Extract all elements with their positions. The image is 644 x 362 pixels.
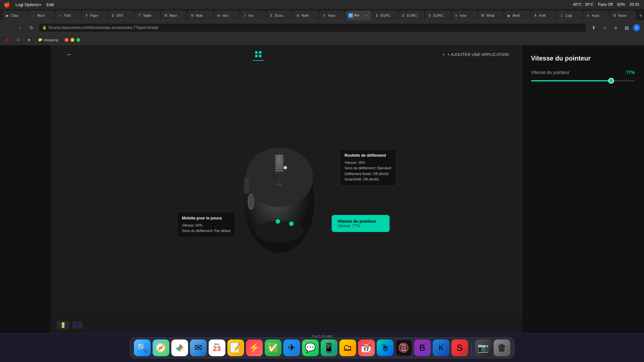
dock-finder[interactable]: 🔍 [134, 339, 151, 356]
tab-mus[interactable]: ♪ Mus! [29, 11, 55, 20]
tab-favicon: ♪ [32, 13, 36, 18]
tab-noth[interactable]: N Noth [293, 11, 319, 20]
dock-whatsapp[interactable]: 📱 [321, 339, 337, 356]
tab-ent[interactable]: E ENT [108, 11, 134, 20]
tab-favicon: É [269, 13, 274, 18]
tab-bar: ▶ Clau ♪ Mus! ✓ Tick! F Figm E ENT T Tab… [0, 9, 644, 21]
svg-rect-9 [275, 167, 283, 169]
grid-view-button[interactable] [252, 49, 264, 60]
scroll-wheel-dot [283, 166, 287, 170]
dock-mail[interactable]: ✉ [190, 339, 207, 356]
tab-tra[interactable]: t tra- [240, 11, 266, 20]
traffic-yellow[interactable] [71, 38, 74, 42]
tab-logi[interactable]: L Logi [557, 11, 583, 20]
pointer-speed-tooltip[interactable]: Vitesse du pointeur Vitesse: 77% [332, 215, 390, 232]
tab-best[interactable]: ▶ Best [504, 11, 530, 20]
traffic-green[interactable] [76, 38, 80, 42]
speed-section: Vitesse du pointeur 77% [531, 70, 635, 82]
dock-camera[interactable]: 📷 [475, 339, 492, 356]
folder-icon: 📁 [38, 38, 43, 42]
dock-fantastical[interactable]: 📆 [358, 339, 375, 356]
bookmark-label: shopping [44, 38, 58, 42]
menu-app-name[interactable]: Logi Options+ [15, 2, 42, 7]
tab-eurc1[interactable]: E EURC [372, 11, 398, 20]
tab-pi-active[interactable]: P Pi× × [346, 11, 372, 20]
tab-close-icon[interactable]: × [365, 13, 369, 18]
bookmark-yt[interactable]: ▶ [4, 37, 12, 42]
bookmark-shopping[interactable]: 📁 shopping [35, 37, 61, 42]
dock-trash[interactable]: 🗑 [494, 339, 510, 356]
tab-alitt[interactable]: A A litt [531, 11, 556, 20]
tab-favicon: ▶ [5, 13, 10, 18]
speed-slider-container[interactable] [531, 80, 635, 82]
logi-header: ← + + AJOUTER UNE APPLICATION [52, 45, 522, 64]
tab-favicon: E [375, 13, 379, 18]
nav-actions: ⬆ ☆ ≡ ▤ A [589, 23, 640, 32]
address-bar[interactable]: 🔒 forums.macrumors.com/forums/mac-access… [39, 23, 587, 32]
menu-edit[interactable]: Edit [47, 2, 54, 7]
dock-scripteditor[interactable]: ✅ [265, 339, 281, 356]
panel-title: Vitesse du pointeur [531, 55, 635, 62]
pointer-speed-tooltip-value: Vitesse: 77% [337, 224, 384, 228]
share-button[interactable]: ⬆ [589, 23, 598, 32]
tab-clau[interactable]: ▶ Clau [3, 11, 28, 20]
reload-button[interactable]: ↻ [27, 23, 36, 32]
back-button[interactable]: ‹ [4, 23, 13, 32]
scroll-wheel-tooltip[interactable]: Roulette de défilement Vitesse: 18% Sens… [340, 149, 396, 186]
tab-how[interactable]: h how [451, 11, 477, 20]
svg-text:logi: logi [276, 182, 282, 186]
add-application-button[interactable]: + + AJOUTER UNE APPLICATION [442, 52, 509, 57]
dock-divider [471, 343, 472, 356]
dock-chrome[interactable] [171, 339, 188, 356]
traffic-red[interactable] [65, 38, 69, 42]
tab-favicon: E [428, 13, 432, 18]
svg-rect-10 [275, 170, 283, 171]
dock-telegram[interactable]: ✈ [283, 339, 300, 356]
new-tab-button[interactable]: + [636, 11, 644, 20]
dock-safari[interactable]: 🧭 [153, 339, 169, 356]
dock-brand[interactable]: B [414, 339, 431, 356]
tab-favicon: t [243, 13, 247, 18]
tab-eurc3[interactable]: E EURC [425, 11, 451, 20]
thumb-wheel-tooltip[interactable]: Molette pour le pouce Vitesse: 50% Sens … [177, 212, 235, 237]
tab-eupc[interactable]: e eupc [583, 11, 609, 20]
tab-ecou[interactable]: É Écou [267, 11, 292, 20]
tab-notch[interactable]: N Notc [187, 11, 213, 20]
tab-eurc2[interactable]: E EURC [399, 11, 424, 20]
bookmark-figma[interactable]: ◈ [25, 37, 33, 42]
dock-notch[interactable]: 📵 [395, 339, 412, 356]
dock-calendar[interactable]: MAI 23 [209, 339, 225, 356]
bookmark-clau[interactable]: ⬡ [14, 37, 23, 42]
tab-micr[interactable]: m micr [214, 11, 240, 20]
tab-macr[interactable]: M Macr [161, 11, 187, 20]
bottom-icons: 🔋 ✤ [52, 317, 522, 333]
yt-icon: ▶ [6, 38, 9, 42]
plus-icon: + [442, 52, 445, 57]
dock-setapp[interactable]: S [451, 339, 468, 356]
dock-messages[interactable]: 💬 [302, 339, 319, 356]
dock-keynote[interactable]: K [433, 339, 450, 356]
tab-what[interactable]: W What [478, 11, 504, 20]
tab-figm[interactable]: F Figm [82, 11, 108, 20]
dock-logi[interactable]: 🖱 [377, 339, 393, 356]
bookmark-button[interactable]: ☆ [600, 23, 609, 32]
tab-xiao[interactable]: X Xiao- [319, 11, 345, 20]
tab-tick[interactable]: ✓ Tick! [55, 11, 81, 20]
tab-nouv[interactable]: N Nouv [610, 11, 636, 20]
apple-logo[interactable]: 🍎 [4, 2, 10, 8]
reading-list-button[interactable]: ≡ [611, 23, 620, 32]
sidebar-toggle-button[interactable]: ▤ [622, 23, 631, 32]
back-button-logi[interactable]: ← [64, 50, 74, 60]
user-icon[interactable]: A [633, 24, 640, 31]
pointer-speed-dot [289, 221, 294, 226]
slider-thumb[interactable] [608, 78, 614, 84]
tab-favicon: M [164, 13, 168, 18]
svg-rect-4 [275, 155, 283, 157]
dock-shortcuts[interactable]: ⚡ [246, 339, 263, 356]
clau-icon: ⬡ [17, 38, 20, 42]
app-container: ← + + AJOUTER UNE APPLICATION [0, 45, 644, 333]
dock-files[interactable]: 🗂 [339, 339, 356, 356]
forward-button[interactable]: › [15, 23, 24, 32]
dock-notes[interactable]: 📝 [227, 339, 244, 356]
tab-table[interactable]: T Table [135, 11, 160, 20]
